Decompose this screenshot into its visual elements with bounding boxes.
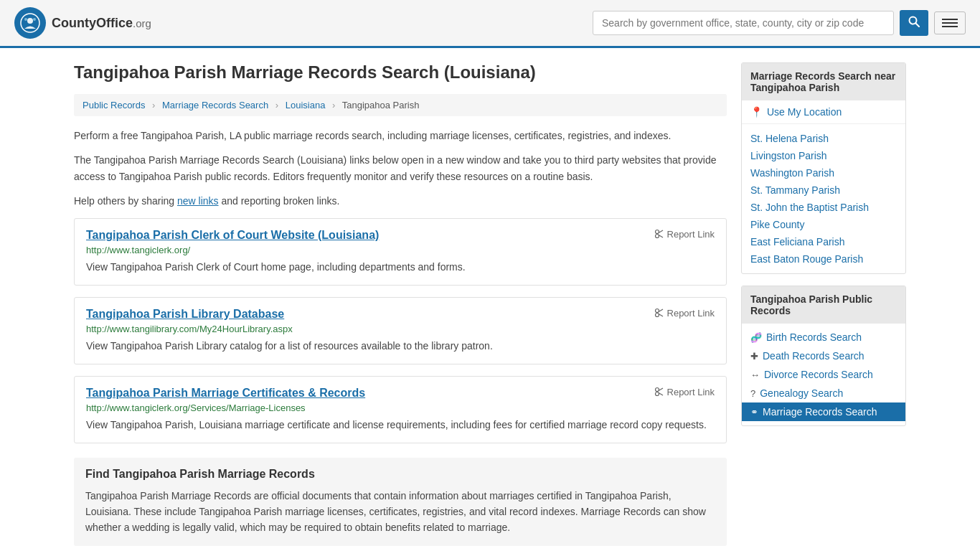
nearby-item-1: Livingston Parish	[742, 147, 905, 164]
result-desc-0: View Tangipahoa Parish Clerk of Court ho…	[86, 260, 715, 275]
breadcrumb: Public Records › Marriage Records Search…	[74, 94, 727, 116]
nearby-item-6: East Feliciana Parish	[742, 233, 905, 250]
svg-point-11	[655, 314, 659, 317]
breadcrumb-sep-1: ›	[152, 100, 155, 110]
scissors-icon	[654, 308, 664, 318]
find-section-title: Find Tangipahoa Parish Marriage Records	[85, 468, 715, 481]
result-title-2[interactable]: Tangipahoa Parish Marriage Certificates …	[86, 387, 365, 400]
public-record-link-4[interactable]: ⚭Marriage Records Search	[750, 406, 877, 418]
search-icon	[908, 16, 920, 27]
public-record-link-1[interactable]: ✚Death Records Search	[750, 350, 864, 362]
rec-icon-3: ?	[750, 388, 755, 399]
nearby-item-3: St. Tammany Parish	[742, 182, 905, 199]
result-card-2: Tangipahoa Parish Marriage Certificates …	[74, 376, 727, 443]
use-my-location-link[interactable]: Use My Location	[767, 106, 842, 118]
nearby-item-2: Washington Parish	[742, 164, 905, 182]
rec-icon-0: 🧬	[750, 332, 762, 343]
nearby-link-5[interactable]: Pike County	[750, 219, 804, 230]
report-link-1[interactable]: Report Link	[654, 308, 715, 319]
public-record-item-4: ⚭Marriage Records Search	[742, 402, 905, 421]
find-section: Find Tangipahoa Parish Marriage Records …	[74, 458, 727, 546]
svg-point-10	[655, 309, 659, 313]
nearby-list: St. Helena ParishLivingston ParishWashin…	[742, 124, 905, 273]
nearby-item-0: St. Helena Parish	[742, 130, 905, 147]
report-link-0[interactable]: Report Link	[654, 229, 715, 240]
results-container: Tangipahoa Parish Clerk of Court Website…	[74, 218, 727, 443]
public-record-item-1: ✚Death Records Search	[742, 347, 905, 365]
logo-text: CountyOffice.org	[52, 16, 151, 31]
result-desc-2: View Tangipahoa Parish, Louisiana marria…	[86, 418, 715, 433]
nearby-link-3[interactable]: St. Tammany Parish	[750, 184, 840, 196]
svg-point-6	[655, 230, 659, 234]
svg-line-5	[915, 23, 919, 27]
svg-point-7	[655, 235, 659, 238]
nearby-link-0[interactable]: St. Helena Parish	[750, 133, 829, 144]
rec-icon-4: ⚭	[750, 407, 758, 418]
result-url-1[interactable]: http://www.tangilibrary.com/My24HourLibr…	[86, 324, 715, 334]
svg-point-15	[655, 392, 659, 396]
nearby-box: Marriage Records Search near Tangipahoa …	[741, 62, 906, 274]
svg-point-1	[27, 18, 33, 24]
public-record-link-0[interactable]: 🧬Birth Records Search	[750, 331, 862, 343]
location-icon: 📍	[750, 106, 763, 118]
breadcrumb-sep-2: ›	[275, 100, 278, 110]
breadcrumb-sep-3: ›	[332, 100, 335, 110]
public-records-list: 🧬Birth Records Search✚Death Records Sear…	[742, 324, 905, 425]
nearby-header: Marriage Records Search near Tangipahoa …	[742, 63, 905, 100]
breadcrumb-marriage-records[interactable]: Marriage Records Search	[162, 100, 268, 110]
public-records-box: Tangipahoa Parish Public Records 🧬Birth …	[741, 286, 906, 426]
search-area	[593, 10, 966, 36]
intro-p1: Perform a free Tangipahoa Parish, LA pub…	[74, 128, 727, 143]
nearby-item-4: St. John the Baptist Parish	[742, 199, 905, 216]
nearby-item-5: Pike County	[742, 216, 905, 233]
result-desc-1: View Tangipahoa Parish Library catalog f…	[86, 339, 715, 354]
nearby-link-6[interactable]: East Feliciana Parish	[750, 236, 845, 248]
page-title: Tangipahoa Parish Marriage Records Searc…	[74, 62, 727, 83]
scissors-icon	[654, 229, 664, 239]
public-record-item-2: ↔Divorce Records Search	[742, 365, 905, 384]
result-header-1: Tangipahoa Parish Library Database Repor…	[86, 308, 715, 324]
search-input[interactable]	[593, 11, 894, 35]
use-my-location[interactable]: 📍 Use My Location	[742, 100, 905, 124]
breadcrumb-public-records[interactable]: Public Records	[83, 100, 145, 110]
intro-p3: Help others by sharing new links and rep…	[74, 193, 727, 209]
nearby-item-7: East Baton Rouge Parish	[742, 250, 905, 268]
logo-icon	[14, 7, 46, 39]
public-record-link-2[interactable]: ↔Divorce Records Search	[750, 369, 873, 380]
breadcrumb-current: Tangipahoa Parish	[342, 100, 420, 110]
main-container: Tangipahoa Parish Marriage Records Searc…	[60, 48, 920, 551]
result-header-2: Tangipahoa Parish Marriage Certificates …	[86, 387, 715, 402]
public-record-item-0: 🧬Birth Records Search	[742, 328, 905, 347]
menu-button[interactable]	[934, 11, 966, 34]
new-links-link[interactable]: new links	[177, 195, 219, 207]
nearby-link-4[interactable]: St. John the Baptist Parish	[750, 202, 869, 213]
nearby-link-7[interactable]: East Baton Rouge Parish	[750, 253, 863, 265]
public-record-item-3: ?Genealogy Search	[742, 384, 905, 402]
svg-point-3	[33, 18, 36, 21]
rec-icon-2: ↔	[750, 369, 760, 380]
svg-point-14	[655, 388, 659, 392]
find-section-text: Tangipahoa Parish Marriage Records are o…	[85, 488, 715, 536]
result-card-1: Tangipahoa Parish Library Database Repor…	[74, 297, 727, 364]
result-title-0[interactable]: Tangipahoa Parish Clerk of Court Website…	[86, 229, 379, 242]
result-header-0: Tangipahoa Parish Clerk of Court Website…	[86, 229, 715, 245]
result-card-0: Tangipahoa Parish Clerk of Court Website…	[74, 218, 727, 286]
scissors-icon	[654, 387, 664, 397]
result-title-1[interactable]: Tangipahoa Parish Library Database	[86, 308, 284, 321]
intro-p2: The Tangipahoa Parish Marriage Records S…	[74, 152, 727, 184]
public-records-header: Tangipahoa Parish Public Records	[742, 286, 905, 324]
search-button[interactable]	[900, 10, 928, 36]
main-content: Tangipahoa Parish Marriage Records Searc…	[74, 62, 727, 546]
breadcrumb-louisiana[interactable]: Louisiana	[286, 100, 326, 110]
svg-point-2	[24, 18, 27, 21]
public-record-link-3[interactable]: ?Genealogy Search	[750, 387, 843, 399]
result-url-0[interactable]: http://www.tangiclerk.org/	[86, 245, 715, 255]
rec-icon-1: ✚	[750, 351, 758, 362]
site-header: CountyOffice.org	[0, 0, 980, 48]
nearby-link-2[interactable]: Washington Parish	[750, 167, 834, 179]
report-link-2[interactable]: Report Link	[654, 387, 715, 397]
sidebar: Marriage Records Search near Tangipahoa …	[741, 62, 906, 546]
result-url-2[interactable]: http://www.tangiclerk.org/Services/Marri…	[86, 402, 715, 413]
nearby-link-1[interactable]: Livingston Parish	[750, 150, 827, 161]
logo-area: CountyOffice.org	[14, 7, 151, 39]
